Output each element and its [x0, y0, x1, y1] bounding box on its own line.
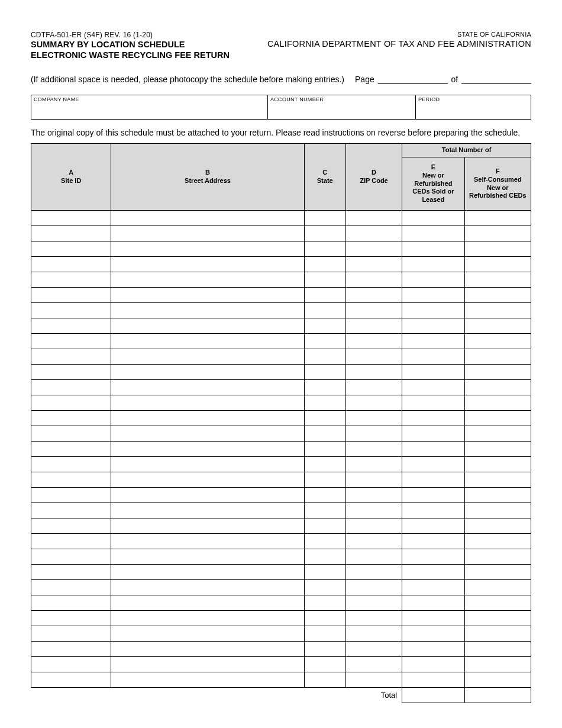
- cell-f[interactable]: [464, 334, 531, 349]
- cell-d[interactable]: [345, 534, 402, 549]
- cell-c[interactable]: [304, 503, 345, 518]
- cell-b[interactable]: [111, 442, 304, 457]
- account-number-cell[interactable]: ACCOUNT NUMBER: [268, 95, 416, 119]
- cell-d[interactable]: [345, 411, 402, 426]
- cell-f[interactable]: [464, 442, 531, 457]
- cell-b[interactable]: [111, 472, 304, 488]
- cell-f[interactable]: [464, 365, 531, 380]
- cell-d[interactable]: [345, 226, 402, 241]
- cell-b[interactable]: [111, 611, 304, 626]
- cell-b[interactable]: [111, 257, 304, 272]
- cell-a[interactable]: [31, 595, 111, 611]
- cell-a[interactable]: [31, 411, 111, 426]
- cell-e[interactable]: [402, 211, 464, 226]
- cell-e[interactable]: [402, 549, 464, 565]
- cell-d[interactable]: [345, 503, 402, 518]
- cell-f[interactable]: [464, 380, 531, 395]
- cell-a[interactable]: [31, 611, 111, 626]
- cell-c[interactable]: [304, 565, 345, 580]
- cell-d[interactable]: [345, 395, 402, 411]
- cell-a[interactable]: [31, 303, 111, 318]
- cell-d[interactable]: [345, 211, 402, 226]
- cell-d[interactable]: [345, 442, 402, 457]
- cell-c[interactable]: [304, 226, 345, 241]
- cell-e[interactable]: [402, 457, 464, 472]
- cell-b[interactable]: [111, 595, 304, 611]
- cell-b[interactable]: [111, 626, 304, 642]
- cell-e[interactable]: [402, 672, 464, 688]
- cell-e[interactable]: [402, 534, 464, 549]
- cell-d[interactable]: [345, 488, 402, 503]
- cell-f[interactable]: [464, 518, 531, 534]
- cell-e[interactable]: [402, 642, 464, 657]
- page-total-field[interactable]: [461, 73, 531, 84]
- cell-c[interactable]: [304, 411, 345, 426]
- cell-e[interactable]: [402, 580, 464, 595]
- cell-c[interactable]: [304, 380, 345, 395]
- cell-e[interactable]: [402, 395, 464, 411]
- cell-b[interactable]: [111, 365, 304, 380]
- cell-d[interactable]: [345, 272, 402, 288]
- cell-d[interactable]: [345, 472, 402, 488]
- cell-f[interactable]: [464, 426, 531, 442]
- cell-c[interactable]: [304, 672, 345, 688]
- cell-f[interactable]: [464, 472, 531, 488]
- cell-b[interactable]: [111, 457, 304, 472]
- cell-f[interactable]: [464, 349, 531, 365]
- cell-f[interactable]: [464, 395, 531, 411]
- cell-b[interactable]: [111, 318, 304, 334]
- cell-d[interactable]: [345, 518, 402, 534]
- cell-c[interactable]: [304, 611, 345, 626]
- cell-a[interactable]: [31, 503, 111, 518]
- cell-d[interactable]: [345, 349, 402, 365]
- cell-b[interactable]: [111, 672, 304, 688]
- cell-e[interactable]: [402, 226, 464, 241]
- cell-b[interactable]: [111, 657, 304, 672]
- cell-e[interactable]: [402, 272, 464, 288]
- cell-c[interactable]: [304, 442, 345, 457]
- cell-d[interactable]: [345, 457, 402, 472]
- cell-e[interactable]: [402, 303, 464, 318]
- cell-e[interactable]: [402, 565, 464, 580]
- cell-a[interactable]: [31, 457, 111, 472]
- cell-f[interactable]: [464, 241, 531, 257]
- cell-f[interactable]: [464, 318, 531, 334]
- cell-c[interactable]: [304, 534, 345, 549]
- cell-f[interactable]: [464, 457, 531, 472]
- cell-f[interactable]: [464, 488, 531, 503]
- cell-e[interactable]: [402, 318, 464, 334]
- cell-a[interactable]: [31, 642, 111, 657]
- cell-a[interactable]: [31, 257, 111, 272]
- cell-e[interactable]: [402, 257, 464, 272]
- cell-e[interactable]: [402, 349, 464, 365]
- cell-a[interactable]: [31, 657, 111, 672]
- cell-a[interactable]: [31, 580, 111, 595]
- cell-a[interactable]: [31, 365, 111, 380]
- cell-b[interactable]: [111, 226, 304, 241]
- cell-a[interactable]: [31, 211, 111, 226]
- cell-c[interactable]: [304, 642, 345, 657]
- cell-c[interactable]: [304, 472, 345, 488]
- cell-d[interactable]: [345, 365, 402, 380]
- cell-c[interactable]: [304, 626, 345, 642]
- page-number-field[interactable]: [378, 73, 448, 84]
- cell-d[interactable]: [345, 380, 402, 395]
- cell-a[interactable]: [31, 488, 111, 503]
- cell-f[interactable]: [464, 672, 531, 688]
- cell-e[interactable]: [402, 426, 464, 442]
- cell-c[interactable]: [304, 488, 345, 503]
- cell-c[interactable]: [304, 395, 345, 411]
- cell-c[interactable]: [304, 580, 345, 595]
- cell-d[interactable]: [345, 303, 402, 318]
- cell-e[interactable]: [402, 518, 464, 534]
- cell-a[interactable]: [31, 472, 111, 488]
- cell-c[interactable]: [304, 595, 345, 611]
- cell-b[interactable]: [111, 565, 304, 580]
- cell-d[interactable]: [345, 426, 402, 442]
- cell-d[interactable]: [345, 672, 402, 688]
- cell-b[interactable]: [111, 503, 304, 518]
- cell-c[interactable]: [304, 288, 345, 303]
- cell-c[interactable]: [304, 349, 345, 365]
- cell-f[interactable]: [464, 503, 531, 518]
- cell-d[interactable]: [345, 241, 402, 257]
